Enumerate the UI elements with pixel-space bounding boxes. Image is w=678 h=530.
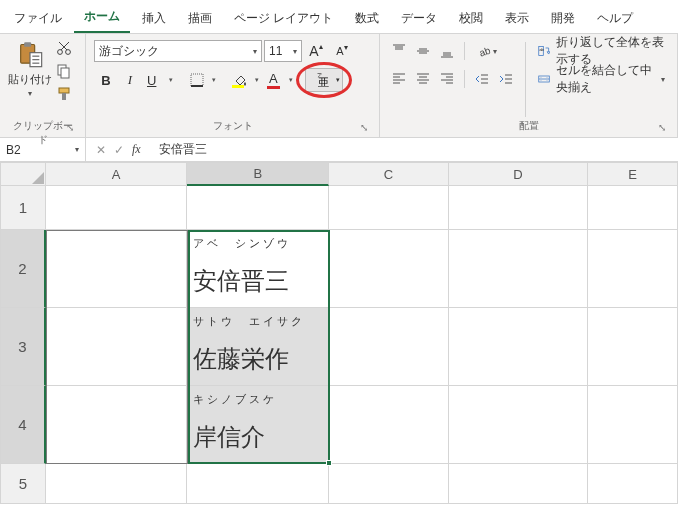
align-middle-button[interactable]	[412, 40, 434, 62]
svg-rect-11	[61, 68, 69, 78]
ribbon-tabs: ファイル ホーム 挿入 描画 ページ レイアウト 数式 データ 校閲 表示 開発…	[0, 0, 678, 34]
svg-text:ab: ab	[539, 48, 543, 52]
cell-a2[interactable]	[46, 230, 188, 308]
cancel-icon[interactable]: ✕	[96, 143, 106, 157]
cell-e3[interactable]	[588, 308, 678, 386]
font-dialog-launcher[interactable]: ⤡	[357, 121, 371, 135]
decrease-font-size-button[interactable]: A▾	[330, 40, 354, 62]
formula-input[interactable]: 安倍晋三	[151, 141, 678, 158]
cell-a1[interactable]	[46, 186, 188, 230]
cell-c5[interactable]	[329, 464, 449, 504]
paste-label: 貼り付け	[8, 72, 52, 87]
col-header-c[interactable]: C	[329, 162, 449, 186]
format-painter-button[interactable]	[56, 86, 72, 105]
tab-formulas[interactable]: 数式	[345, 6, 389, 33]
col-header-d[interactable]: D	[449, 162, 589, 186]
cell-e5[interactable]	[588, 464, 678, 504]
bold-button[interactable]: B	[94, 69, 118, 91]
cell-b4[interactable]: キシノブスケ 岸信介	[187, 386, 329, 464]
tab-draw[interactable]: 描画	[178, 6, 222, 33]
font-name-select[interactable]: 游ゴシック▾	[94, 40, 262, 62]
cell-b3-ruby: サトウ エイサク	[193, 314, 305, 329]
tab-file[interactable]: ファイル	[4, 6, 72, 33]
tab-view[interactable]: 表示	[495, 6, 539, 33]
svg-point-7	[66, 50, 71, 55]
underline-button[interactable]: U▾	[142, 69, 176, 91]
cell-e4[interactable]	[588, 386, 678, 464]
cell-c3[interactable]	[329, 308, 449, 386]
row-header-4[interactable]: 4	[0, 386, 46, 464]
svg-rect-12	[59, 88, 69, 93]
chevron-down-icon: ▾	[169, 76, 173, 84]
chevron-down-icon[interactable]: ▾	[253, 47, 257, 56]
clipboard-dialog-launcher[interactable]: ⤡	[63, 121, 77, 135]
cell-b5[interactable]	[187, 464, 329, 504]
svg-rect-13	[62, 93, 66, 100]
border-button[interactable]: ▾	[185, 69, 219, 91]
enter-icon[interactable]: ✓	[114, 143, 124, 157]
cell-b2-text: 安倍晋三	[193, 265, 289, 297]
chevron-down-icon[interactable]: ▾	[28, 89, 32, 98]
align-top-button[interactable]	[388, 40, 410, 62]
tab-home[interactable]: ホーム	[74, 4, 130, 33]
row-header-3[interactable]: 3	[0, 308, 46, 386]
font-color-button[interactable]: A▾	[262, 69, 296, 91]
cell-b4-ruby: キシノブスケ	[193, 392, 277, 407]
italic-button[interactable]: I	[118, 69, 142, 91]
cell-d1[interactable]	[449, 186, 589, 230]
align-left-button[interactable]	[388, 68, 410, 90]
ribbon: 貼り付け ▾ クリップボード⤡ 游ゴシック▾ 11▾ A▴ A▾	[0, 34, 678, 138]
tab-insert[interactable]: 挿入	[132, 6, 176, 33]
tab-review[interactable]: 校閲	[449, 6, 493, 33]
cell-d5[interactable]	[449, 464, 589, 504]
chevron-down-icon[interactable]: ▾	[75, 145, 79, 154]
phonetic-guide-button[interactable]: ア亜 ▾	[305, 68, 343, 92]
row-header-1[interactable]: 1	[0, 186, 46, 230]
cell-d4[interactable]	[449, 386, 589, 464]
col-header-e[interactable]: E	[588, 162, 678, 186]
row-header-5[interactable]: 5	[0, 464, 46, 504]
row-header-2[interactable]: 2	[0, 230, 46, 308]
paste-button[interactable]: 貼り付け ▾	[8, 40, 52, 119]
svg-point-6	[58, 50, 63, 55]
copy-button[interactable]	[56, 63, 72, 82]
cell-e2[interactable]	[588, 230, 678, 308]
chevron-down-icon[interactable]: ▾	[293, 47, 297, 56]
cut-button[interactable]	[56, 40, 72, 59]
cell-b2[interactable]: アベ シンゾウ 安倍晋三	[187, 230, 329, 308]
col-header-b[interactable]: B	[187, 162, 329, 186]
cell-a5[interactable]	[46, 464, 188, 504]
cell-d3[interactable]	[449, 308, 589, 386]
svg-rect-1	[24, 42, 31, 47]
orientation-button[interactable]: ab▾	[471, 40, 503, 62]
merge-center-button[interactable]: セルを結合して中央揃え ▾	[534, 68, 669, 90]
wrap-text-button[interactable]: ab 折り返して全体を表示する	[534, 40, 669, 62]
cell-c4[interactable]	[329, 386, 449, 464]
cell-a3[interactable]	[46, 308, 188, 386]
increase-indent-button[interactable]	[495, 68, 517, 90]
tab-data[interactable]: データ	[391, 6, 447, 33]
decrease-indent-button[interactable]	[471, 68, 493, 90]
cell-b3[interactable]: サトウ エイサク 佐藤栄作	[187, 308, 329, 386]
tab-help[interactable]: ヘルプ	[587, 6, 643, 33]
cell-c1[interactable]	[329, 186, 449, 230]
alignment-dialog-launcher[interactable]: ⤡	[655, 121, 669, 135]
cell-a4[interactable]	[46, 386, 188, 464]
cell-e1[interactable]	[588, 186, 678, 230]
increase-font-size-button[interactable]: A▴	[304, 40, 328, 62]
cell-b1[interactable]	[187, 186, 329, 230]
col-header-a[interactable]: A	[46, 162, 188, 186]
fill-color-button[interactable]: ▾	[228, 69, 262, 91]
align-right-button[interactable]	[436, 68, 458, 90]
align-bottom-button[interactable]	[436, 40, 458, 62]
tab-page-layout[interactable]: ページ レイアウト	[224, 6, 343, 33]
select-all-triangle[interactable]	[0, 162, 46, 186]
chevron-down-icon[interactable]: ▾	[661, 75, 665, 84]
cell-d2[interactable]	[449, 230, 589, 308]
align-center-button[interactable]	[412, 68, 434, 90]
cell-c2[interactable]	[329, 230, 449, 308]
font-size-select[interactable]: 11▾	[264, 40, 302, 62]
tab-developer[interactable]: 開発	[541, 6, 585, 33]
chevron-down-icon: ▾	[212, 76, 216, 84]
fx-icon[interactable]: fx	[132, 142, 141, 157]
